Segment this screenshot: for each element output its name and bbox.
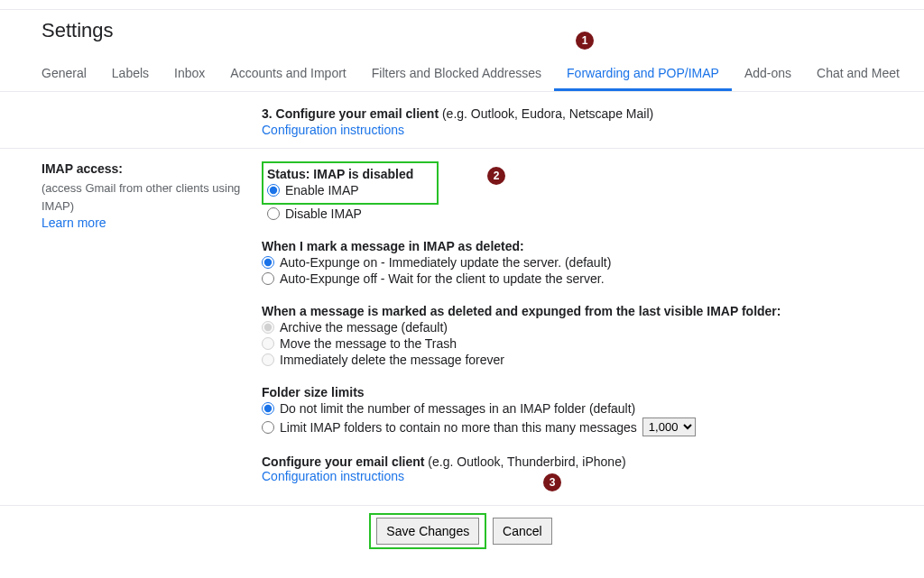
pop-step3-bold: 3. Configure your email client xyxy=(262,106,439,121)
imap-access-desc: (access Gmail from other clients using I… xyxy=(42,179,262,216)
archive-label: Archive the message (default) xyxy=(280,320,448,335)
imap-config-instructions-link[interactable]: Configuration instructions xyxy=(262,469,404,483)
nolimit-row: Do not limit the number of messages in a… xyxy=(262,401,882,416)
disable-imap-radio[interactable] xyxy=(267,207,280,220)
tab-inbox[interactable]: Inbox xyxy=(162,57,217,91)
pop-config-section: 3. Configure your email client (e.g. Out… xyxy=(0,92,924,149)
nolimit-label[interactable]: Do not limit the number of messages in a… xyxy=(280,401,635,416)
learn-more-link[interactable]: Learn more xyxy=(42,216,106,230)
save-changes-button[interactable]: Save Changes xyxy=(376,518,479,545)
pop-step3-title: 3. Configure your email client (e.g. Out… xyxy=(262,106,882,121)
tab-forwarding-pop-imap[interactable]: Forwarding and POP/IMAP xyxy=(554,57,732,91)
disable-imap-label[interactable]: Disable IMAP xyxy=(285,206,362,221)
archive-radio xyxy=(262,321,274,334)
folder-size-title: Folder size limits xyxy=(262,385,882,399)
expunge-off-label[interactable]: Auto-Expunge off - Wait for the client t… xyxy=(280,271,605,286)
imap-options: Status: IMAP is disabled Enable IMAP 2 D… xyxy=(262,161,882,496)
settings-body: 3. Configure your email client (e.g. Out… xyxy=(0,92,924,567)
tab-labels[interactable]: Labels xyxy=(99,57,162,91)
imap-delete-block: When I mark a message in IMAP as deleted… xyxy=(262,239,882,286)
trash-row: Move the message to the Trash xyxy=(262,336,882,351)
cancel-button[interactable]: Cancel xyxy=(493,518,552,545)
imap-config-title: Configure your email client (e.g. Outloo… xyxy=(262,454,882,469)
folder-limit-select[interactable]: 1,000 xyxy=(642,417,696,436)
save-highlight-box: Save Changes xyxy=(369,513,486,549)
enable-imap-label[interactable]: Enable IMAP xyxy=(285,183,359,197)
tab-general[interactable]: General xyxy=(42,57,99,91)
imap-access-title: IMAP access: xyxy=(42,161,262,176)
deleteforever-row: Immediately delete the message forever xyxy=(262,353,882,367)
button-bar: 3 Save Changes Cancel xyxy=(0,506,924,567)
imap-status-block: Status: IMAP is disabled Enable IMAP 2 D… xyxy=(262,161,882,221)
pop-config-instructions-link[interactable]: Configuration instructions xyxy=(262,123,404,137)
limit-label[interactable]: Limit IMAP folders to contain no more th… xyxy=(280,420,637,435)
enable-imap-row: Enable IMAP xyxy=(267,183,430,197)
step-badge-2: 2 xyxy=(487,167,505,185)
disable-imap-row: Disable IMAP xyxy=(262,206,882,221)
pop-step3-example: (e.g. Outlook, Eudora, Netscape Mail) xyxy=(439,106,653,121)
enable-imap-radio[interactable] xyxy=(267,184,280,197)
limit-row: Limit IMAP folders to contain no more th… xyxy=(262,417,882,436)
tab-chat-meet[interactable]: Chat and Meet xyxy=(804,57,912,91)
imap-config-bold: Configure your email client xyxy=(262,454,424,469)
archive-row: Archive the message (default) xyxy=(262,320,882,335)
step-badge-1: 1 xyxy=(576,32,594,50)
step-badge-3: 3 xyxy=(543,473,561,491)
expunge-off-row: Auto-Expunge off - Wait for the client t… xyxy=(262,271,882,286)
tab-filters[interactable]: Filters and Blocked Addresses xyxy=(359,57,554,91)
imap-config-example: (e.g. Outlook, Thunderbird, iPhone) xyxy=(424,454,625,469)
trash-radio xyxy=(262,337,274,350)
imap-section: IMAP access: (access Gmail from other cl… xyxy=(0,149,924,506)
deleteforever-label: Immediately delete the message forever xyxy=(280,353,504,367)
expunge-off-radio[interactable] xyxy=(262,272,274,285)
imap-expunge-action-block: When a message is marked as deleted and … xyxy=(262,304,882,367)
imap-highlight-box: Status: IMAP is disabled Enable IMAP xyxy=(262,161,439,205)
expunge-action-title: When a message is marked as deleted and … xyxy=(262,304,882,318)
imap-status-title: Status: IMAP is disabled xyxy=(267,167,430,181)
imap-section-label: IMAP access: (access Gmail from other cl… xyxy=(42,161,262,496)
nolimit-radio[interactable] xyxy=(262,402,274,415)
tabs: General Labels Inbox Accounts and Import… xyxy=(0,57,924,92)
limit-radio[interactable] xyxy=(262,421,274,434)
page-title: Settings xyxy=(0,9,924,57)
trash-label: Move the message to the Trash xyxy=(280,336,457,351)
deleteforever-radio xyxy=(262,353,274,366)
expunge-on-label[interactable]: Auto-Expunge on - Immediately update the… xyxy=(280,255,611,270)
tab-accounts[interactable]: Accounts and Import xyxy=(217,57,358,91)
imap-config-block: Configure your email client (e.g. Outloo… xyxy=(262,454,882,491)
tab-addons[interactable]: Add-ons xyxy=(732,57,804,91)
imap-delete-title: When I mark a message in IMAP as deleted… xyxy=(262,239,882,253)
expunge-on-radio[interactable] xyxy=(262,256,274,269)
expunge-on-row: Auto-Expunge on - Immediately update the… xyxy=(262,255,882,270)
folder-size-block: Folder size limits Do not limit the numb… xyxy=(262,385,882,436)
